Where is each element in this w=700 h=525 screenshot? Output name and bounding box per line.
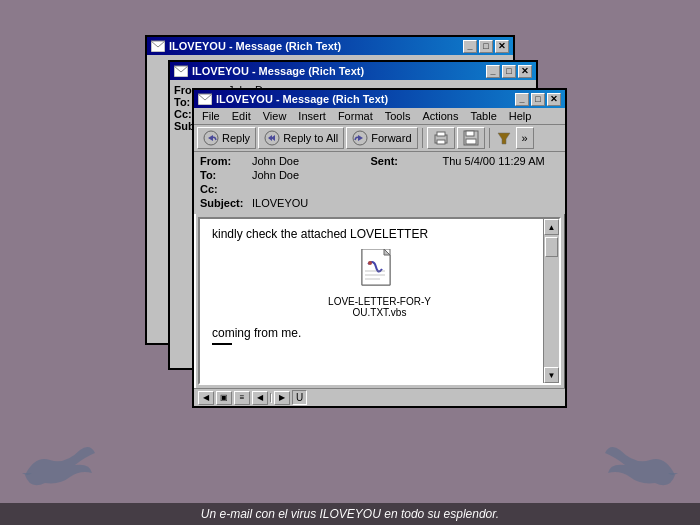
svg-marker-12 (498, 133, 510, 144)
svg-rect-11 (466, 139, 476, 144)
cc-row: Cc: (200, 183, 559, 195)
menu-view[interactable]: View (257, 109, 293, 123)
scroll-thumb[interactable] (545, 237, 558, 257)
status-panel: U (292, 390, 307, 405)
to-label: To: (200, 169, 250, 181)
statusbar-btn4[interactable]: ◀ (252, 391, 268, 405)
maximize-btn-front[interactable]: □ (531, 93, 545, 106)
titlebar-title-middle: ILOVEYOU - Message (Rich Text) (174, 65, 364, 77)
menu-table[interactable]: Table (464, 109, 502, 123)
scroll-up-button[interactable]: ▲ (544, 219, 559, 235)
status-bar: ◀ ▣ ≡ ◀ ▶ U (194, 388, 565, 406)
subject-value: ILOVEYOU (252, 197, 559, 209)
vertical-scrollbar[interactable]: ▲ ▼ (543, 219, 559, 383)
menu-format[interactable]: Format (332, 109, 379, 123)
close-btn-back[interactable]: ✕ (495, 40, 509, 53)
sent-label: Sent: (371, 155, 441, 167)
statusbar-btn1[interactable]: ◀ (198, 391, 214, 405)
email-headers: From: John Doe Sent: Thu 5/4/00 11:29 AM… (194, 152, 565, 214)
cc-label: Cc: (200, 183, 250, 195)
save-button[interactable] (457, 127, 485, 149)
to-row: To: John Doe (200, 169, 559, 181)
attachment-area: LOVE-LETTER-FOR-Y OU.TXT.vbs (212, 249, 547, 318)
toolbar: Reply Reply to All Forward (194, 125, 565, 152)
maximize-btn-middle[interactable]: □ (502, 65, 516, 78)
email-window-front: ILOVEYOU - Message (Rich Text) _ □ ✕ Fil… (192, 88, 567, 408)
statusbar-btn5[interactable]: ▶ (274, 391, 290, 405)
from-value: John Doe (252, 155, 369, 167)
email-body: kindly check the attached LOVELETTER (200, 219, 559, 353)
attachment-name: LOVE-LETTER-FOR-Y OU.TXT.vbs (328, 296, 431, 318)
print-button[interactable] (427, 127, 455, 149)
from-label: From: (200, 155, 250, 167)
subject-label: Subject: (200, 197, 250, 209)
menu-help[interactable]: Help (503, 109, 538, 123)
svg-rect-8 (437, 140, 445, 144)
menu-insert[interactable]: Insert (292, 109, 332, 123)
envelope-icon-middle (174, 65, 188, 77)
window-content-front: File Edit View Insert Format Tools Actio… (194, 108, 565, 406)
scroll-down-button[interactable]: ▼ (544, 367, 559, 383)
window-controls-back[interactable]: _ □ ✕ (463, 40, 509, 53)
titlebar-title-back: ILOVEYOU - Message (Rich Text) (151, 40, 341, 52)
from-row: From: John Doe Sent: Thu 5/4/00 11:29 AM (200, 155, 559, 167)
email-body-area: kindly check the attached LOVELETTER (194, 214, 565, 388)
dolphin-left-decoration (20, 435, 100, 495)
toolbar-separator (422, 128, 423, 148)
reply-button[interactable]: Reply (197, 127, 256, 149)
titlebar-back: ILOVEYOU - Message (Rich Text) _ □ ✕ (147, 37, 513, 55)
minimize-btn-back[interactable]: _ (463, 40, 477, 53)
more-button[interactable]: » (516, 127, 534, 149)
forward-icon (352, 130, 368, 146)
body-text: kindly check the attached LOVELETTER (212, 227, 547, 241)
dolphin-right-decoration (600, 435, 680, 495)
reply-all-button[interactable]: Reply to All (258, 127, 344, 149)
svg-rect-10 (466, 131, 474, 136)
svg-rect-7 (437, 132, 445, 136)
titlebar-front: ILOVEYOU - Message (Rich Text) _ □ ✕ (194, 90, 565, 108)
statusbar-btn2[interactable]: ▣ (216, 391, 232, 405)
menu-bar: File Edit View Insert Format Tools Actio… (194, 108, 565, 125)
minimize-btn-middle[interactable]: _ (486, 65, 500, 78)
statusbar-btn3[interactable]: ≡ (234, 391, 250, 405)
menu-tools[interactable]: Tools (379, 109, 417, 123)
window-controls-middle[interactable]: _ □ ✕ (486, 65, 532, 78)
svg-point-16 (368, 261, 372, 265)
to-value: John Doe (252, 169, 559, 181)
maximize-btn-back[interactable]: □ (479, 40, 493, 53)
reply-all-icon (264, 130, 280, 146)
subject-row: Subject: ILOVEYOU (200, 197, 559, 209)
envelope-icon-front (198, 93, 212, 105)
bottom-caption: Un e-mail con el virus ILOVEYOU en todo … (0, 503, 700, 525)
menu-actions[interactable]: Actions (416, 109, 464, 123)
reply-icon (203, 130, 219, 146)
sent-value: Thu 5/4/00 11:29 AM (443, 155, 560, 167)
forward-button[interactable]: Forward (346, 127, 417, 149)
menu-file[interactable]: File (196, 109, 226, 123)
attachment-icon (360, 249, 400, 294)
menu-edit[interactable]: Edit (226, 109, 257, 123)
underline-decoration (212, 343, 232, 345)
envelope-icon-back (151, 40, 165, 52)
toolbar-separator2 (489, 128, 490, 148)
filter-icon (496, 130, 512, 146)
print-icon (433, 130, 449, 146)
save-icon (463, 130, 479, 146)
window-controls-front[interactable]: _ □ ✕ (515, 93, 561, 106)
body-text2: coming from me. (212, 326, 301, 340)
body-text2-row: coming from me. (212, 326, 547, 345)
close-btn-front[interactable]: ✕ (547, 93, 561, 106)
close-btn-middle[interactable]: ✕ (518, 65, 532, 78)
titlebar-title-front: ILOVEYOU - Message (Rich Text) (198, 93, 388, 105)
minimize-btn-front[interactable]: _ (515, 93, 529, 106)
titlebar-middle: ILOVEYOU - Message (Rich Text) _ □ ✕ (170, 62, 536, 80)
